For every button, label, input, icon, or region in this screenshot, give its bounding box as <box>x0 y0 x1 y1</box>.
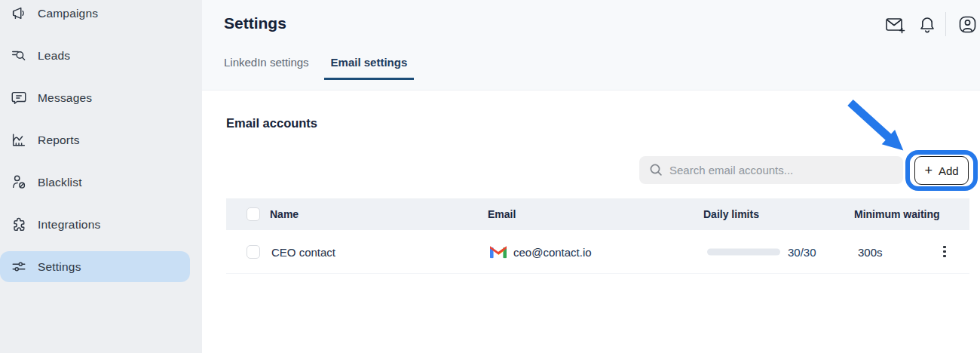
sidebar-item-label: Blacklist <box>38 176 82 189</box>
email-settings-panel: Email accounts + Add <box>202 91 980 353</box>
sidebar-item-label: Reports <box>38 134 80 147</box>
select-all-checkbox[interactable] <box>247 207 260 221</box>
blocked-user-icon <box>10 173 27 191</box>
column-header-name: Name <box>270 208 299 220</box>
account-name: CEO contact <box>271 245 335 258</box>
column-header-daily-limits: Daily limits <box>703 208 759 220</box>
column-header-minimum-waiting: Minimum waiting <box>854 208 940 220</box>
add-button[interactable]: + Add <box>914 156 969 185</box>
table-header-row: Name Email Daily limits Minimum waiting <box>226 198 969 230</box>
search-input[interactable] <box>669 156 896 184</box>
app-window: Campaigns Leads <box>0 0 980 353</box>
sidebar-item-messages[interactable]: Messages <box>0 82 190 113</box>
column-header-email: Email <box>488 208 516 220</box>
section-title: Email accounts <box>226 116 317 130</box>
tab-email-settings[interactable]: Email settings <box>324 56 415 80</box>
tutorial-arrow <box>837 94 920 158</box>
account-avatar-icon[interactable] <box>958 15 977 37</box>
search-box <box>639 156 903 184</box>
row-checkbox[interactable] <box>247 245 260 259</box>
account-email: ceo@contact.io <box>513 245 592 258</box>
puzzle-icon <box>10 216 27 233</box>
topbar: Settings LinkedIn settings Email setting… <box>202 0 980 91</box>
sidebar-item-label: Messages <box>38 91 92 105</box>
tab-linkedin-settings[interactable]: LinkedIn settings <box>217 56 316 80</box>
main-area: Settings LinkedIn settings Email setting… <box>202 0 980 353</box>
sidebar-item-campaigns[interactable]: Campaigns <box>0 0 190 29</box>
page-title: Settings <box>224 14 286 32</box>
sidebar-item-label: Leads <box>38 49 70 63</box>
sidebar: Campaigns Leads <box>0 0 202 353</box>
daily-limit-value: 30/30 <box>788 245 816 258</box>
minimum-waiting-value: 300s <box>858 245 883 258</box>
row-actions-kebab-icon[interactable] <box>938 243 951 261</box>
message-bubble-icon <box>10 89 27 106</box>
gmail-icon <box>490 245 507 258</box>
daily-limit-progress <box>707 248 780 255</box>
settings-tabs: LinkedIn settings Email settings <box>217 56 414 80</box>
sidebar-nav: Campaigns Leads <box>0 0 202 293</box>
sidebar-item-blacklist[interactable]: Blacklist <box>0 167 190 198</box>
leads-search-icon <box>10 47 27 64</box>
plus-icon: + <box>924 164 933 177</box>
sidebar-item-label: Campaigns <box>38 7 98 20</box>
sliders-icon <box>10 258 27 275</box>
notifications-bell-icon[interactable] <box>918 14 936 38</box>
chart-report-icon <box>10 131 27 149</box>
sidebar-item-settings[interactable]: Settings <box>0 251 190 282</box>
new-message-icon[interactable] <box>884 15 905 38</box>
sidebar-item-label: Integrations <box>38 218 100 232</box>
sidebar-item-reports[interactable]: Reports <box>0 124 190 155</box>
sidebar-item-leads[interactable]: Leads <box>0 40 190 71</box>
add-button-label: Add <box>939 164 959 177</box>
search-icon <box>649 163 663 180</box>
sidebar-item-integrations[interactable]: Integrations <box>0 209 190 240</box>
megaphone-icon <box>10 5 27 22</box>
header-divider <box>945 12 946 36</box>
email-accounts-table: Name Email Daily limits Minimum waiting … <box>226 198 969 274</box>
table-row: CEO contact ceo@contact.io 30/30 <box>226 230 969 274</box>
sidebar-item-label: Settings <box>38 260 81 274</box>
